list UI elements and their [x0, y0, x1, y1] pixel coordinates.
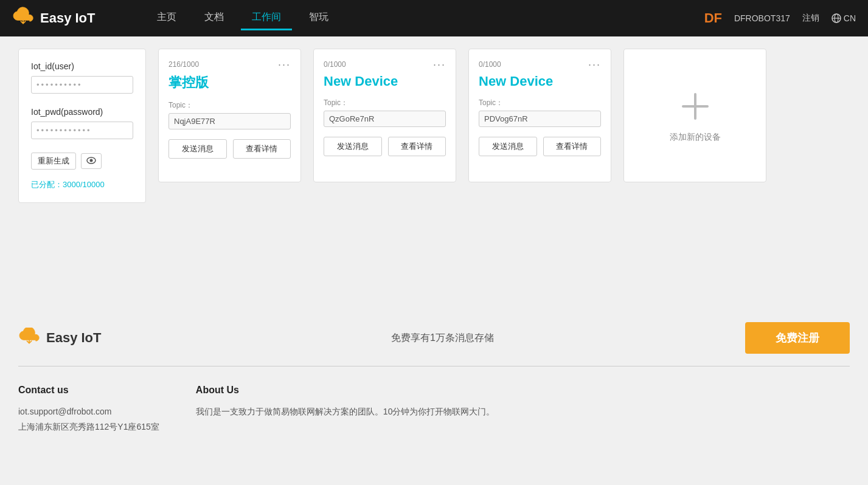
add-plus-icon [677, 88, 713, 125]
about-text: 我们是一支致力于做简易物联网解决方案的团队。10分钟为你打开物联网大门。 [196, 404, 495, 419]
nav-logout[interactable]: 注销 [802, 13, 819, 24]
view-detail-btn-2[interactable]: 查看详情 [543, 137, 602, 156]
card-header-1: 0/1000 ··· [324, 59, 446, 70]
nav-lang[interactable]: CN [832, 13, 856, 23]
iot-pwd-input[interactable] [31, 122, 133, 139]
nav-play[interactable]: 智玩 [298, 6, 339, 30]
nav-docs[interactable]: 文档 [193, 6, 235, 30]
card-header-2: 0/1000 ··· [479, 59, 601, 70]
nav-home[interactable]: 主页 [146, 6, 187, 30]
regen-button[interactable]: 重新生成 [31, 153, 76, 170]
card-more-1[interactable]: ··· [433, 59, 446, 70]
card-topic-input-0[interactable] [168, 113, 291, 129]
send-msg-btn-2[interactable]: 发送消息 [479, 137, 537, 156]
card-title-0: 掌控版 [168, 74, 291, 92]
device-card-2: 0/1000 ··· New Device Topic： 发送消息 查看详情 [468, 49, 611, 182]
card-topic-input-2[interactable] [479, 111, 601, 127]
device-card-0: 216/1000 ··· 掌控版 Topic： 发送消息 查看详情 [158, 49, 301, 182]
about-title: About Us [196, 385, 495, 396]
footer-cloud-icon [18, 328, 40, 348]
brand: Easy IoT [12, 5, 122, 31]
free-register-button[interactable]: 免费注册 [745, 322, 850, 354]
allocated-label: 已分配： [31, 180, 63, 189]
add-device-card[interactable]: 添加新的设备 [623, 49, 766, 182]
card-header-0: 216/1000 ··· [168, 59, 291, 70]
footer-about: About Us 我们是一支致力于做简易物联网解决方案的团队。10分钟为你打开物… [196, 385, 495, 435]
cards-area: 216/1000 ··· 掌控版 Topic： 发送消息 查看详情 0/1000… [158, 49, 850, 182]
lang-label: CN [844, 13, 856, 23]
view-detail-btn-0[interactable]: 查看详情 [233, 139, 291, 159]
add-label: 添加新的设备 [670, 132, 721, 143]
card-actions-0: 发送消息 查看详情 [168, 139, 291, 159]
sidebar: Iot_id(user) Iot_pwd(password) 重新生成 已分配：… [18, 49, 146, 203]
card-count-1: 0/1000 [324, 60, 346, 69]
card-topic-label-1: Topic： [324, 98, 446, 108]
eye-button[interactable] [81, 153, 102, 169]
regen-row: 重新生成 [31, 153, 133, 170]
df-badge: DF [704, 10, 722, 26]
footer-promo: Easy IoT 免费享有1万条消息存储 免费注册 [0, 304, 868, 354]
card-count-2: 0/1000 [479, 60, 501, 69]
card-count-0: 216/1000 [168, 60, 199, 69]
card-title-2: New Device [479, 74, 601, 89]
brand-text: Easy IoT [40, 10, 95, 26]
allocated-text: 已分配：3000/10000 [31, 179, 133, 190]
nav-user[interactable]: DFROBOT317 [734, 13, 790, 23]
send-msg-btn-1[interactable]: 发送消息 [324, 137, 382, 156]
iot-id-input[interactable] [31, 76, 133, 94]
card-title-1: New Device [324, 74, 446, 89]
nav-right: DF DFROBOT317 注销 CN [704, 10, 856, 26]
cloud-icon [12, 5, 34, 31]
footer-contact: Contact us iot.support@dfrobot.com 上海浦东新… [18, 385, 159, 435]
send-msg-btn-0[interactable]: 发送消息 [168, 139, 227, 159]
card-topic-label-0: Topic： [168, 100, 291, 111]
footer-tagline: 免费享有1万条消息存储 [140, 332, 745, 345]
contact-title: Contact us [18, 385, 159, 396]
footer-logo: Easy IoT [18, 328, 140, 348]
navbar: Easy IoT 主页 文档 工作间 智玩 DF DFROBOT317 注销 C… [0, 0, 868, 36]
card-topic-label-2: Topic： [479, 98, 601, 108]
iot-id-label: Iot_id(user) [31, 61, 133, 71]
nav-workspace[interactable]: 工作间 [241, 6, 292, 30]
card-actions-1: 发送消息 查看详情 [324, 137, 446, 156]
allocated-value: 3000/10000 [63, 180, 105, 189]
contact-address: 上海浦东新区亮秀路112号Y1座615室 [18, 422, 159, 432]
view-detail-btn-1[interactable]: 查看详情 [388, 137, 446, 156]
footer-brand-text: Easy IoT [46, 330, 101, 346]
card-actions-2: 发送消息 查看详情 [479, 137, 601, 156]
card-more-2[interactable]: ··· [588, 59, 601, 70]
svg-point-4 [90, 159, 93, 162]
iot-pwd-section: Iot_pwd(password) [31, 107, 133, 149]
nav-links: 主页 文档 工作间 智玩 [146, 6, 704, 30]
iot-pwd-label: Iot_pwd(password) [31, 107, 133, 117]
main-content: Iot_id(user) Iot_pwd(password) 重新生成 已分配：… [0, 36, 868, 304]
card-more-0[interactable]: ··· [278, 59, 291, 70]
contact-email[interactable]: iot.support@dfrobot.com [18, 407, 112, 416]
iot-id-section: Iot_id(user) [31, 61, 133, 103]
card-topic-input-1[interactable] [324, 111, 446, 127]
device-card-1: 0/1000 ··· New Device Topic： 发送消息 查看详情 [313, 49, 456, 182]
footer-bottom: Contact us iot.support@dfrobot.com 上海浦东新… [0, 366, 868, 459]
